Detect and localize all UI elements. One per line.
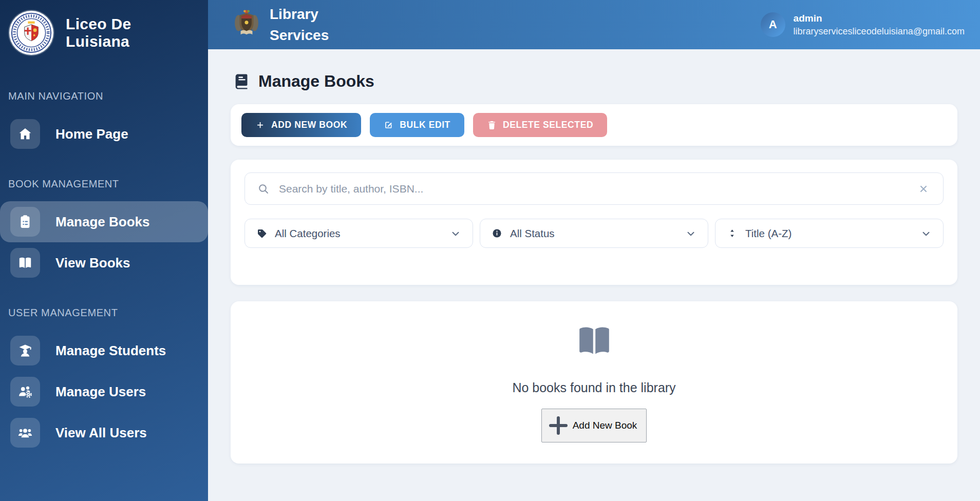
edit-icon [384, 120, 393, 130]
app-title: Library Services [270, 4, 329, 46]
empty-state-message: No books found in the library [241, 380, 947, 395]
user-email: libraryservicesliceodeluisiana@gmail.com [794, 25, 965, 37]
page-title: Manage Books [258, 72, 374, 91]
home-icon [10, 119, 40, 149]
main-column: Library Services A admin libraryservices… [208, 0, 980, 501]
sidebar-item-manage-books[interactable]: Manage Books [0, 201, 208, 242]
close-icon [918, 184, 929, 194]
sidebar-item-manage-users[interactable]: Manage Users [0, 371, 208, 412]
add-new-book-label: ADD NEW BOOK [271, 120, 347, 130]
school-seal-icon [11, 12, 52, 53]
sort-dropdown[interactable]: Title (A-Z) [715, 219, 944, 248]
category-filter-value: All Categories [275, 227, 341, 240]
avatar[interactable]: A [761, 12, 785, 37]
sort-icon [727, 228, 738, 239]
sidebar-item-label: View Books [55, 255, 130, 271]
toolbar-card: ADD NEW BOOK BULK EDIT DELETE SELECTED [231, 104, 957, 146]
empty-add-new-book-label: Add New Book [573, 420, 637, 431]
nav-section-user-management: USER MANAGEMENT [0, 307, 208, 319]
sidebar-item-view-books[interactable]: View Books [0, 242, 208, 283]
delete-selected-button[interactable]: DELETE SELECTED [473, 113, 607, 137]
sidebar-brand: Liceo De Luisiana [0, 0, 208, 66]
status-filter-dropdown[interactable]: All Status [480, 219, 708, 248]
sort-value: Title (A-Z) [745, 227, 791, 240]
user-info: admin libraryservicesliceodeluisiana@gma… [794, 12, 965, 37]
chevron-down-icon [685, 228, 696, 239]
sidebar-item-manage-students[interactable]: Manage Students [0, 330, 208, 371]
bulk-edit-button[interactable]: BULK EDIT [370, 113, 464, 137]
top-header: Library Services A admin libraryservices… [208, 0, 980, 49]
student-icon [10, 336, 40, 365]
sidebar-item-home-page[interactable]: Home Page [0, 113, 208, 155]
school-seal-logo [9, 11, 53, 55]
nav-section-main: MAIN NAVIGATION [0, 90, 208, 102]
user-menu[interactable]: A admin libraryservicesliceodeluisiana@g… [761, 12, 965, 37]
nav-section-book-management: BOOK MANAGEMENT [0, 178, 208, 190]
chevron-down-icon [920, 228, 932, 239]
filter-row: All Categories All Status [244, 219, 944, 248]
avatar-initial: A [769, 18, 777, 31]
category-filter-dropdown[interactable]: All Categories [244, 219, 473, 248]
book-icon [233, 73, 250, 90]
sidebar-item-label: Manage Students [55, 343, 166, 359]
empty-add-new-book-button[interactable]: Add New Book [541, 409, 647, 442]
users-icon [10, 418, 40, 448]
sidebar-nav: MAIN NAVIGATION Home Page BOOK MANAGEMEN… [0, 66, 208, 453]
main-content: Manage Books ADD NEW BOOK BULK EDIT [208, 49, 980, 501]
search-filter-card: All Categories All Status [231, 160, 957, 285]
chevron-down-icon [450, 228, 461, 239]
library-crest-icon [234, 9, 259, 43]
search-icon [257, 183, 270, 195]
empty-state-card: No books found in the library Add New Bo… [231, 301, 957, 464]
search-box [244, 172, 944, 205]
info-icon [492, 228, 502, 239]
sidebar-item-label: Manage Books [55, 214, 150, 230]
search-input[interactable] [278, 182, 908, 196]
plus-icon [255, 120, 265, 130]
open-book-icon [574, 325, 615, 358]
status-filter-value: All Status [510, 227, 555, 240]
user-name: admin [794, 12, 965, 25]
sidebar-item-label: Home Page [55, 126, 128, 142]
plus-icon [546, 413, 571, 438]
add-new-book-button[interactable]: ADD NEW BOOK [241, 113, 361, 137]
page-title-row: Manage Books [233, 72, 957, 91]
delete-selected-label: DELETE SELECTED [503, 120, 593, 130]
users-gear-icon [10, 377, 40, 407]
open-book-icon [10, 248, 40, 278]
sidebar: Liceo De Luisiana MAIN NAVIGATION Home P… [0, 0, 208, 501]
clipboard-icon [10, 207, 40, 237]
clear-search-button[interactable] [916, 182, 931, 196]
sidebar-item-label: View All Users [55, 425, 147, 441]
app-title-line2: Services [270, 25, 329, 46]
app-title-line1: Library [270, 4, 329, 25]
brand-title: Liceo De Luisiana [66, 15, 199, 50]
sidebar-item-label: Manage Users [55, 384, 146, 400]
sidebar-item-view-all-users[interactable]: View All Users [0, 412, 208, 453]
trash-icon [487, 120, 497, 130]
bulk-edit-label: BULK EDIT [400, 120, 450, 130]
tag-icon [256, 228, 267, 239]
